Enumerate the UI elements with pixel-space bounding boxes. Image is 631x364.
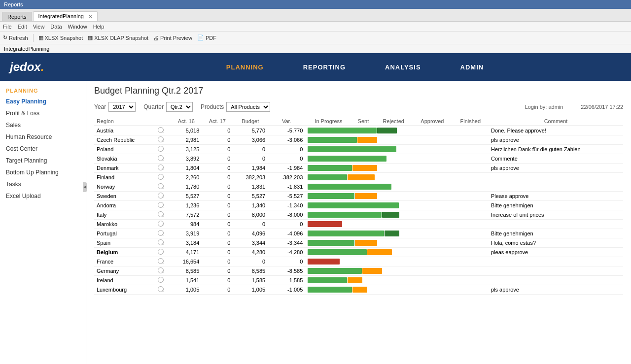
xlsx-olap-snapshot-button[interactable]: ▦ XLSX OLAP Snapshot — [88, 34, 148, 41]
search-icon[interactable] — [158, 174, 164, 180]
search-icon[interactable] — [158, 165, 164, 170]
search-icon-cell[interactable] — [155, 192, 171, 201]
search-icon-cell[interactable] — [155, 145, 171, 154]
act17-cell: 0 — [202, 135, 233, 145]
search-icon[interactable] — [158, 136, 164, 142]
search-icon[interactable] — [158, 286, 164, 292]
search-icon[interactable] — [158, 146, 164, 152]
pdf-button[interactable]: 📄 PDF — [197, 34, 216, 41]
act17-cell: 0 — [202, 164, 233, 173]
tab-reports[interactable]: Reports — [2, 12, 32, 21]
tab-integrated-planning[interactable]: IntegratedPlanning ✕ — [33, 11, 98, 21]
sidebar-item-tasks[interactable]: Tasks — [0, 178, 86, 190]
search-icon-cell[interactable] — [155, 182, 171, 192]
bar-cell — [305, 154, 489, 164]
search-icon-cell[interactable] — [155, 248, 171, 257]
search-icon-cell[interactable] — [155, 173, 171, 182]
search-icon-cell[interactable] — [155, 220, 171, 229]
nav-reporting[interactable]: REPORTING — [303, 64, 346, 71]
budget-cell: 382,203 — [233, 173, 268, 182]
refresh-button[interactable]: ↻ Refresh — [3, 34, 28, 41]
search-icon-cell[interactable] — [155, 126, 171, 135]
act17-cell: 0 — [202, 248, 233, 257]
menu-bar: File Edit View Data Window Help — [0, 22, 631, 32]
quarter-filter: Quarter Qtr.2 — [143, 102, 193, 112]
act16-cell: 3,125 — [171, 145, 202, 154]
comment-cell: Increase of unit prices — [489, 210, 623, 220]
search-icon[interactable] — [158, 221, 164, 227]
var-cell: 0 — [268, 220, 305, 229]
logo: jedox. — [10, 60, 69, 74]
search-icon[interactable] — [158, 155, 164, 161]
search-icon-cell[interactable] — [155, 210, 171, 220]
nav-admin[interactable]: ADMIN — [460, 64, 484, 71]
tab-close-icon[interactable]: ✕ — [88, 14, 92, 19]
search-icon[interactable] — [158, 258, 164, 264]
sidebar-item-target-planning[interactable]: Target Planning — [0, 155, 86, 166]
bar-cell — [305, 145, 489, 154]
search-icon-cell[interactable] — [155, 276, 171, 285]
sidebar-item-excel-upload[interactable]: Excel Upload — [0, 190, 86, 202]
search-icon[interactable] — [158, 230, 164, 236]
search-icon[interactable] — [158, 183, 164, 189]
search-icon[interactable] — [158, 249, 164, 255]
year-select[interactable]: 2017 — [108, 102, 136, 112]
act17-cell: 0 — [202, 210, 233, 220]
search-icon[interactable] — [158, 267, 164, 273]
search-icon-cell[interactable] — [155, 266, 171, 276]
act17-cell: 0 — [202, 257, 233, 266]
table-row: Luxembourg1,00501,005-1,005pls approve — [94, 285, 623, 295]
search-icon[interactable] — [158, 277, 164, 283]
print-preview-icon: 🖨 — [153, 35, 159, 41]
search-icon[interactable] — [158, 202, 164, 208]
search-icon-cell[interactable] — [155, 135, 171, 145]
act17-cell: 0 — [202, 192, 233, 201]
search-icon-cell[interactable] — [155, 257, 171, 266]
sidebar-item-bottom-up-planning[interactable]: Bottom Up Planning — [0, 166, 86, 178]
menu-data[interactable]: Data — [50, 24, 62, 30]
search-icon-cell[interactable] — [155, 154, 171, 164]
search-icon-cell[interactable] — [155, 285, 171, 295]
menu-edit[interactable]: Edit — [18, 24, 27, 30]
bar-cell — [305, 238, 489, 248]
sidebar-item-profit-loss[interactable]: Profit & Loss — [0, 107, 86, 119]
comment-cell: Hola, como estas? — [489, 238, 623, 248]
act17-cell: 0 — [202, 220, 233, 229]
sidebar-item-cost-center[interactable]: Cost Center — [0, 143, 86, 155]
xlsx-snapshot-button[interactable]: ▦ XLSX Snapshot — [38, 34, 83, 41]
sidebar-item-human-resource[interactable]: Human Resource — [0, 131, 86, 143]
budget-cell: 8,000 — [233, 210, 268, 220]
comment-cell: pls approve — [489, 164, 623, 173]
products-select[interactable]: All Products — [226, 102, 270, 112]
menu-view[interactable]: View — [33, 24, 45, 30]
menu-window[interactable]: Window — [68, 24, 87, 30]
search-icon-cell[interactable] — [155, 238, 171, 248]
nav-header: jedox. PLANNING REPORTING ANALYSIS ADMIN — [0, 53, 631, 81]
search-icon[interactable] — [158, 193, 164, 199]
act17-cell: 0 — [202, 182, 233, 192]
search-icon[interactable] — [158, 127, 164, 133]
region-cell: Slovakia — [94, 154, 155, 164]
menu-file[interactable]: File — [3, 24, 12, 30]
budget-cell: 0 — [233, 257, 268, 266]
sidebar-item-easy-planning[interactable]: Easy Planning — [0, 96, 86, 107]
sidebar-item-sales[interactable]: Sales — [0, 119, 86, 131]
var-cell: 0 — [268, 154, 305, 164]
search-icon-cell[interactable] — [155, 229, 171, 238]
region-cell: Andorra — [94, 201, 155, 210]
comment-cell — [489, 182, 623, 192]
sidebar-collapse-arrow[interactable]: ◀ — [83, 182, 87, 192]
search-icon-cell[interactable] — [155, 164, 171, 173]
quarter-select[interactable]: Qtr.2 — [166, 102, 193, 112]
nav-planning[interactable]: PLANNING — [226, 64, 264, 71]
search-icon[interactable] — [158, 211, 164, 217]
budget-cell: 1,984 — [233, 164, 268, 173]
search-icon[interactable] — [158, 239, 164, 245]
budget-cell: 5,527 — [233, 192, 268, 201]
region-cell: Luxembourg — [94, 285, 155, 295]
col-comment: Comment — [489, 117, 623, 126]
nav-analysis[interactable]: ANALYSIS — [385, 64, 421, 71]
search-icon-cell[interactable] — [155, 201, 171, 210]
menu-help[interactable]: Help — [93, 24, 105, 30]
print-preview-button[interactable]: 🖨 Print Preview — [153, 35, 192, 41]
